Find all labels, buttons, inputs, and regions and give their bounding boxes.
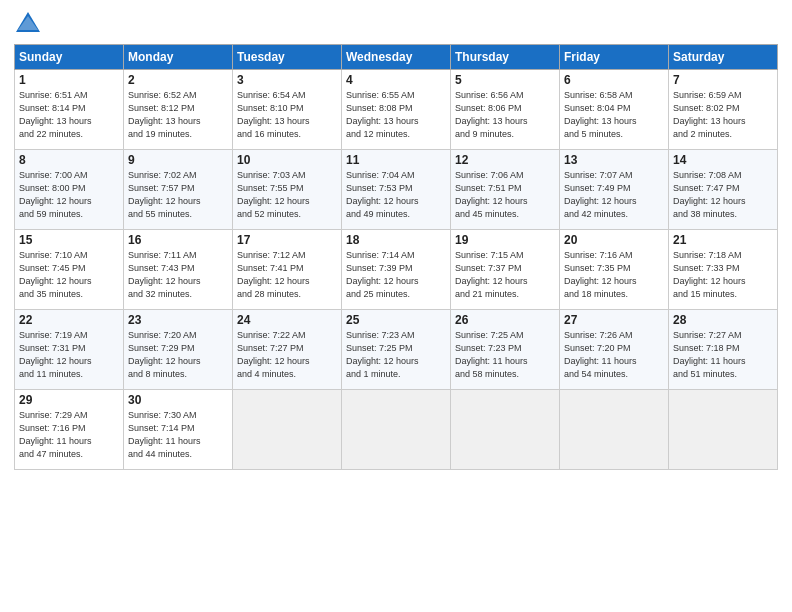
- day-info: Sunrise: 6:56 AMSunset: 8:06 PMDaylight:…: [455, 89, 555, 141]
- logo-icon: [14, 10, 42, 38]
- day-info: Sunrise: 7:15 AMSunset: 7:37 PMDaylight:…: [455, 249, 555, 301]
- day-number: 3: [237, 73, 337, 87]
- col-header-tuesday: Tuesday: [233, 45, 342, 70]
- calendar-week-row: 22Sunrise: 7:19 AMSunset: 7:31 PMDayligh…: [15, 310, 778, 390]
- calendar-table: SundayMondayTuesdayWednesdayThursdayFrid…: [14, 44, 778, 470]
- day-info: Sunrise: 7:03 AMSunset: 7:55 PMDaylight:…: [237, 169, 337, 221]
- day-info: Sunrise: 7:02 AMSunset: 7:57 PMDaylight:…: [128, 169, 228, 221]
- day-number: 8: [19, 153, 119, 167]
- day-number: 27: [564, 313, 664, 327]
- calendar-cell: 9Sunrise: 7:02 AMSunset: 7:57 PMDaylight…: [124, 150, 233, 230]
- calendar-cell: 19Sunrise: 7:15 AMSunset: 7:37 PMDayligh…: [451, 230, 560, 310]
- day-info: Sunrise: 6:59 AMSunset: 8:02 PMDaylight:…: [673, 89, 773, 141]
- calendar-cell: 16Sunrise: 7:11 AMSunset: 7:43 PMDayligh…: [124, 230, 233, 310]
- calendar-cell: 11Sunrise: 7:04 AMSunset: 7:53 PMDayligh…: [342, 150, 451, 230]
- day-info: Sunrise: 7:26 AMSunset: 7:20 PMDaylight:…: [564, 329, 664, 381]
- day-info: Sunrise: 7:06 AMSunset: 7:51 PMDaylight:…: [455, 169, 555, 221]
- calendar-cell: 21Sunrise: 7:18 AMSunset: 7:33 PMDayligh…: [669, 230, 778, 310]
- calendar-cell: 17Sunrise: 7:12 AMSunset: 7:41 PMDayligh…: [233, 230, 342, 310]
- day-number: 16: [128, 233, 228, 247]
- day-number: 18: [346, 233, 446, 247]
- day-info: Sunrise: 6:55 AMSunset: 8:08 PMDaylight:…: [346, 89, 446, 141]
- calendar-header-row: SundayMondayTuesdayWednesdayThursdayFrid…: [15, 45, 778, 70]
- calendar-cell: 12Sunrise: 7:06 AMSunset: 7:51 PMDayligh…: [451, 150, 560, 230]
- col-header-monday: Monday: [124, 45, 233, 70]
- day-info: Sunrise: 7:04 AMSunset: 7:53 PMDaylight:…: [346, 169, 446, 221]
- calendar-cell: 14Sunrise: 7:08 AMSunset: 7:47 PMDayligh…: [669, 150, 778, 230]
- day-number: 22: [19, 313, 119, 327]
- col-header-wednesday: Wednesday: [342, 45, 451, 70]
- calendar-cell: 26Sunrise: 7:25 AMSunset: 7:23 PMDayligh…: [451, 310, 560, 390]
- calendar-cell: 2Sunrise: 6:52 AMSunset: 8:12 PMDaylight…: [124, 70, 233, 150]
- day-info: Sunrise: 7:18 AMSunset: 7:33 PMDaylight:…: [673, 249, 773, 301]
- day-number: 24: [237, 313, 337, 327]
- calendar-cell: [451, 390, 560, 470]
- day-number: 14: [673, 153, 773, 167]
- day-number: 13: [564, 153, 664, 167]
- calendar-cell: 5Sunrise: 6:56 AMSunset: 8:06 PMDaylight…: [451, 70, 560, 150]
- day-info: Sunrise: 7:27 AMSunset: 7:18 PMDaylight:…: [673, 329, 773, 381]
- day-info: Sunrise: 7:12 AMSunset: 7:41 PMDaylight:…: [237, 249, 337, 301]
- day-number: 19: [455, 233, 555, 247]
- svg-marker-1: [18, 16, 38, 30]
- day-info: Sunrise: 7:00 AMSunset: 8:00 PMDaylight:…: [19, 169, 119, 221]
- calendar-cell: 22Sunrise: 7:19 AMSunset: 7:31 PMDayligh…: [15, 310, 124, 390]
- day-info: Sunrise: 6:58 AMSunset: 8:04 PMDaylight:…: [564, 89, 664, 141]
- day-number: 20: [564, 233, 664, 247]
- calendar-cell: 15Sunrise: 7:10 AMSunset: 7:45 PMDayligh…: [15, 230, 124, 310]
- col-header-thursday: Thursday: [451, 45, 560, 70]
- calendar-cell: 20Sunrise: 7:16 AMSunset: 7:35 PMDayligh…: [560, 230, 669, 310]
- calendar-cell: 3Sunrise: 6:54 AMSunset: 8:10 PMDaylight…: [233, 70, 342, 150]
- day-info: Sunrise: 7:07 AMSunset: 7:49 PMDaylight:…: [564, 169, 664, 221]
- day-number: 6: [564, 73, 664, 87]
- day-info: Sunrise: 7:11 AMSunset: 7:43 PMDaylight:…: [128, 249, 228, 301]
- day-info: Sunrise: 7:29 AMSunset: 7:16 PMDaylight:…: [19, 409, 119, 461]
- col-header-friday: Friday: [560, 45, 669, 70]
- day-number: 28: [673, 313, 773, 327]
- col-header-saturday: Saturday: [669, 45, 778, 70]
- day-number: 11: [346, 153, 446, 167]
- day-number: 7: [673, 73, 773, 87]
- calendar-cell: [342, 390, 451, 470]
- day-number: 29: [19, 393, 119, 407]
- calendar-cell: 28Sunrise: 7:27 AMSunset: 7:18 PMDayligh…: [669, 310, 778, 390]
- day-info: Sunrise: 6:52 AMSunset: 8:12 PMDaylight:…: [128, 89, 228, 141]
- day-number: 25: [346, 313, 446, 327]
- col-header-sunday: Sunday: [15, 45, 124, 70]
- calendar-week-row: 1Sunrise: 6:51 AMSunset: 8:14 PMDaylight…: [15, 70, 778, 150]
- day-number: 2: [128, 73, 228, 87]
- day-info: Sunrise: 7:10 AMSunset: 7:45 PMDaylight:…: [19, 249, 119, 301]
- calendar-cell: 18Sunrise: 7:14 AMSunset: 7:39 PMDayligh…: [342, 230, 451, 310]
- day-number: 26: [455, 313, 555, 327]
- page-container: SundayMondayTuesdayWednesdayThursdayFrid…: [0, 0, 792, 480]
- calendar-cell: 1Sunrise: 6:51 AMSunset: 8:14 PMDaylight…: [15, 70, 124, 150]
- calendar-cell: 30Sunrise: 7:30 AMSunset: 7:14 PMDayligh…: [124, 390, 233, 470]
- calendar-cell: 10Sunrise: 7:03 AMSunset: 7:55 PMDayligh…: [233, 150, 342, 230]
- day-number: 1: [19, 73, 119, 87]
- calendar-cell: [560, 390, 669, 470]
- calendar-cell: 8Sunrise: 7:00 AMSunset: 8:00 PMDaylight…: [15, 150, 124, 230]
- day-number: 5: [455, 73, 555, 87]
- day-info: Sunrise: 7:30 AMSunset: 7:14 PMDaylight:…: [128, 409, 228, 461]
- day-number: 23: [128, 313, 228, 327]
- calendar-cell: 13Sunrise: 7:07 AMSunset: 7:49 PMDayligh…: [560, 150, 669, 230]
- calendar-cell: [233, 390, 342, 470]
- day-number: 17: [237, 233, 337, 247]
- header: [14, 10, 778, 38]
- calendar-cell: [669, 390, 778, 470]
- day-info: Sunrise: 7:16 AMSunset: 7:35 PMDaylight:…: [564, 249, 664, 301]
- calendar-cell: 27Sunrise: 7:26 AMSunset: 7:20 PMDayligh…: [560, 310, 669, 390]
- day-info: Sunrise: 7:22 AMSunset: 7:27 PMDaylight:…: [237, 329, 337, 381]
- day-info: Sunrise: 7:20 AMSunset: 7:29 PMDaylight:…: [128, 329, 228, 381]
- calendar-cell: 29Sunrise: 7:29 AMSunset: 7:16 PMDayligh…: [15, 390, 124, 470]
- calendar-cell: 25Sunrise: 7:23 AMSunset: 7:25 PMDayligh…: [342, 310, 451, 390]
- day-info: Sunrise: 7:25 AMSunset: 7:23 PMDaylight:…: [455, 329, 555, 381]
- day-info: Sunrise: 6:51 AMSunset: 8:14 PMDaylight:…: [19, 89, 119, 141]
- day-number: 15: [19, 233, 119, 247]
- calendar-week-row: 8Sunrise: 7:00 AMSunset: 8:00 PMDaylight…: [15, 150, 778, 230]
- day-number: 10: [237, 153, 337, 167]
- day-number: 12: [455, 153, 555, 167]
- day-number: 30: [128, 393, 228, 407]
- calendar-week-row: 15Sunrise: 7:10 AMSunset: 7:45 PMDayligh…: [15, 230, 778, 310]
- day-info: Sunrise: 6:54 AMSunset: 8:10 PMDaylight:…: [237, 89, 337, 141]
